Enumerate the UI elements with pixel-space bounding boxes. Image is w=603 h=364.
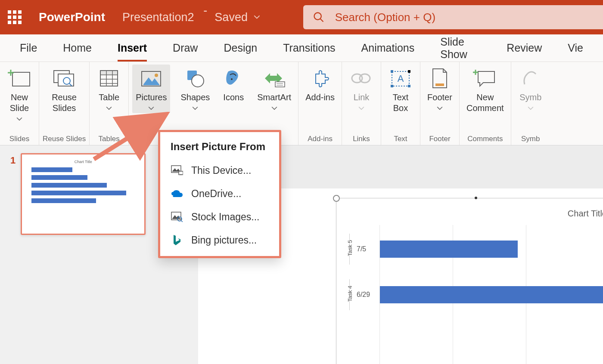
svg-rect-32 — [408, 85, 410, 87]
group-label: Text — [394, 135, 407, 143]
addins-button[interactable]: Add-ins — [302, 65, 338, 105]
text-box-label: Text Box — [393, 92, 409, 114]
stock-images-icon — [171, 210, 183, 223]
chart-category: Task 4 — [347, 286, 353, 302]
chart-plot-area[interactable]: Task 5 7/5 Task 4 6/29 — [349, 225, 603, 364]
text-box-button[interactable]: A Text Box — [385, 65, 417, 116]
smartart-button[interactable]: SmartArt — [254, 65, 295, 113]
group-slides: New Slide Slides — [0, 62, 39, 145]
icons-label: Icons — [223, 92, 244, 103]
pictures-icon — [139, 67, 163, 89]
chevron-down-icon — [106, 106, 112, 111]
svg-line-1 — [320, 19, 323, 22]
pictures-dropdown-menu: Insert Picture From This Device... OneDr… — [158, 130, 281, 258]
tab-transitions[interactable]: Transitions — [270, 34, 348, 62]
smartart-label: SmartArt — [257, 92, 291, 103]
menu-item-bing-pictures[interactable]: Bing pictures... — [160, 228, 279, 252]
new-slide-label: New Slide — [10, 92, 29, 114]
search-icon — [313, 11, 325, 23]
svg-rect-15 — [100, 71, 118, 75]
group-addins: Add-ins Add-ins — [298, 62, 342, 145]
bing-icon — [171, 234, 183, 247]
group-label: Links — [353, 135, 370, 143]
tab-animations[interactable]: Animations — [348, 34, 428, 62]
tab-slide-show[interactable]: Slide Show — [427, 34, 494, 62]
chart-selection[interactable]: Chart Title Task 5 7/5 Task 4 6/29 — [336, 198, 603, 364]
chart-title[interactable]: Chart Title — [568, 209, 603, 219]
resize-handle[interactable] — [333, 195, 340, 202]
link-icon — [350, 67, 373, 89]
group-label: Reuse Slides — [43, 135, 86, 143]
text-box-icon: A — [389, 67, 412, 89]
comment-icon — [473, 67, 497, 89]
group-reuse-slides: Reuse Slides Reuse Slides — [39, 62, 90, 145]
thumb-chart-title: Chart Title — [22, 160, 144, 164]
svg-point-21 — [231, 78, 233, 80]
tab-draw[interactable]: Draw — [160, 34, 211, 62]
menu-item-onedrive[interactable]: OneDrive... — [160, 182, 279, 205]
reuse-slides-icon — [52, 67, 76, 89]
menu-item-label: This Device... — [191, 165, 251, 176]
resize-handle[interactable] — [475, 197, 477, 199]
icons-button[interactable]: Icons — [218, 65, 249, 105]
chevron-down-icon — [528, 106, 534, 111]
tab-insert[interactable]: Insert — [105, 34, 160, 62]
table-icon — [99, 67, 119, 89]
new-slide-icon — [7, 67, 31, 89]
footer-icon — [430, 67, 449, 89]
chevron-down-icon — [254, 13, 260, 21]
shapes-label: Shapes — [180, 92, 210, 103]
addins-label: Add-ins — [305, 92, 335, 103]
tab-file[interactable]: File — [7, 34, 50, 62]
search-box[interactable]: Search (Option + Q) — [303, 5, 603, 29]
tab-view[interactable]: Vie — [555, 34, 596, 62]
slide-thumbnail-1[interactable]: Chart Title — [21, 153, 146, 235]
symbol-button: Symb — [515, 65, 547, 113]
reuse-slides-label: Reuse Slides — [52, 92, 77, 114]
new-comment-button[interactable]: New Comment — [463, 65, 507, 116]
svg-point-0 — [314, 13, 321, 20]
group-text: A Text Box Text — [381, 62, 420, 145]
shapes-icon — [185, 67, 205, 89]
svg-marker-17 — [143, 77, 160, 85]
shapes-button[interactable]: Shapes — [177, 65, 213, 113]
svg-point-20 — [192, 75, 204, 87]
group-footer: Footer Footer — [420, 62, 460, 145]
chevron-down-icon — [192, 106, 198, 111]
svg-rect-34 — [435, 83, 444, 86]
document-title-status[interactable]: Presentation2 - Saved — [122, 4, 260, 31]
footer-button[interactable]: Footer — [424, 65, 456, 113]
pictures-button[interactable]: Pictures — [132, 65, 170, 113]
tab-home[interactable]: Home — [50, 34, 105, 62]
menu-item-stock-images[interactable]: Stock Images... — [160, 205, 279, 228]
svg-line-46 — [181, 221, 183, 222]
svg-point-18 — [155, 74, 158, 77]
group-label: Add-ins — [308, 135, 333, 143]
ribbon: New Slide Slides Reuse Slides Reuse Slid… — [0, 62, 603, 145]
group-symbols: Symb Symb — [511, 62, 550, 145]
app-launcher-icon[interactable] — [8, 10, 22, 24]
link-button: Link — [345, 65, 377, 113]
group-links: Link Links — [342, 62, 381, 145]
group-label: Tables — [99, 135, 120, 143]
chart-bar[interactable] — [380, 286, 603, 303]
table-button[interactable]: Table — [93, 65, 125, 113]
reuse-slides-button[interactable]: Reuse Slides — [48, 65, 80, 116]
link-label: Link — [354, 92, 370, 103]
new-comment-label: New Comment — [466, 92, 504, 114]
device-icon — [171, 164, 183, 177]
thumbnail-number: 1 — [10, 153, 16, 235]
svg-rect-30 — [408, 70, 410, 73]
menu-item-label: Stock Images... — [191, 211, 260, 223]
menu-item-this-device[interactable]: This Device... — [160, 159, 279, 182]
group-label: Footer — [429, 135, 450, 143]
group-label: Slides — [9, 135, 29, 143]
svg-rect-41 — [179, 171, 183, 175]
chart-bar[interactable] — [380, 241, 518, 258]
group-label: Comments — [467, 135, 503, 143]
new-slide-button[interactable]: New Slide — [3, 65, 35, 124]
svg-rect-2 — [12, 72, 30, 86]
svg-point-27 — [360, 74, 370, 83]
tab-review[interactable]: Review — [494, 34, 555, 62]
tab-design[interactable]: Design — [211, 34, 270, 62]
